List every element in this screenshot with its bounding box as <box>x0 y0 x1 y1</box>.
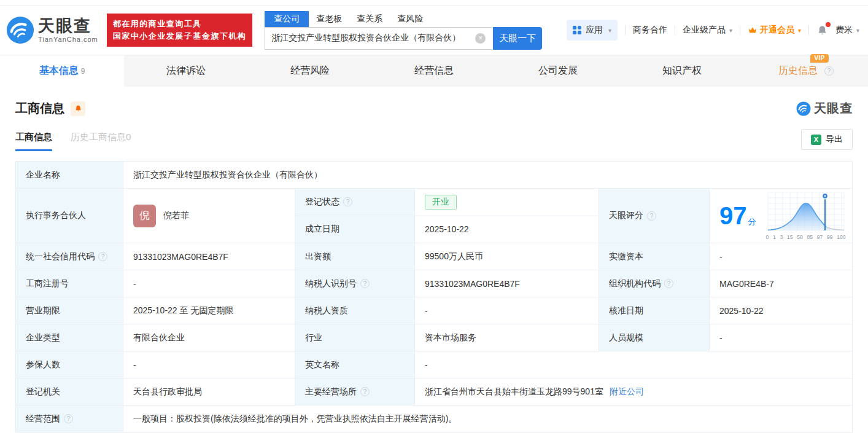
field-label: 纳税人识别号? <box>295 270 415 297</box>
tab-intellectual-property[interactable]: 知识产权 <box>620 55 744 87</box>
score-label: 天眼评分 <box>609 210 643 221</box>
field-label: 行业 <box>295 324 415 351</box>
brand-domain: TianYanCha.com <box>38 36 98 43</box>
help-icon[interactable]: ? <box>64 414 73 423</box>
score-cell[interactable]: 97分 <box>710 189 853 243</box>
tab-basic-info[interactable]: 基本信息 9 <box>0 55 124 87</box>
business-scope-value: 一般项目：股权投资(除依法须经批准的项目外，凭营业执照依法自主开展经营活动)。 <box>123 406 853 433</box>
biz-cooperation-link[interactable]: 商务合作 <box>633 25 667 36</box>
subscribe-bell-button[interactable] <box>71 101 85 116</box>
section-title: 工商信息 <box>15 100 64 117</box>
field-label: 出资额 <box>295 243 415 270</box>
help-icon[interactable]: ? <box>647 211 656 221</box>
company-type-value: 有限合伙企业 <box>123 324 295 351</box>
field-label: 企业名称 <box>16 162 123 189</box>
tab-history-info[interactable]: VIP 历史信息 ? <box>744 55 868 87</box>
field-label: 天眼评分? <box>599 189 710 243</box>
watermark-logo: 天眼查 <box>796 100 853 117</box>
apps-menu[interactable]: 应用 ▾ <box>567 20 618 41</box>
establish-date-value: 2025-10-22 <box>415 216 599 243</box>
field-label: 人员规模 <box>599 324 710 351</box>
username: 费米 <box>835 25 853 36</box>
taxpayer-id-value: 91331023MAG0RE4B7F <box>415 270 599 297</box>
tab-development[interactable]: 公司发展 <box>496 55 620 87</box>
paid-capital-value: - <box>710 243 853 270</box>
search-tabs: 查公司 查老板 查关系 查风险 <box>265 11 542 27</box>
field-label: 纳税人资质 <box>295 297 415 324</box>
top-hairline <box>0 0 868 6</box>
help-icon[interactable]: ? <box>360 279 370 288</box>
nearby-companies-link[interactable]: 附近公司 <box>610 386 644 396</box>
subtab-business-info[interactable]: 工商信息 <box>15 131 52 151</box>
field-label: 主要经营场所? <box>295 378 415 406</box>
enterprise-products-label: 企业级产品 <box>683 25 726 36</box>
notifications-bell[interactable] <box>816 25 828 36</box>
help-icon[interactable]: ? <box>664 279 673 288</box>
search-area: 查公司 查老板 查关系 查风险 × 天眼一下 <box>265 11 542 50</box>
field-label: 工商注册号 <box>16 270 123 297</box>
help-icon[interactable]: ? <box>824 66 834 76</box>
export-button[interactable]: X 导出 <box>801 129 853 150</box>
apps-grid-icon <box>573 26 581 34</box>
vip-badge: VIP <box>810 54 829 63</box>
tianyancha-logo-icon <box>6 16 34 44</box>
score-distribution-chart: 0131550859799100 <box>766 191 846 240</box>
partner-name[interactable]: 倪若菲 <box>163 210 189 221</box>
business-info-table: 企业名称 浙江交投产业转型股权投资合伙企业（有限合伙） 执行事务合伙人 倪 倪若… <box>15 161 853 433</box>
slogan-line-2: 国家中小企业发展子基金旗下机构 <box>113 30 247 42</box>
tab-legal[interactable]: 法律诉讼 <box>124 55 248 87</box>
chevron-down-icon: ▾ <box>608 27 611 34</box>
org-code-value: MAG0RE4B-7 <box>710 270 853 297</box>
avatar[interactable]: 倪 <box>133 205 156 227</box>
open-vip-label: 开通会员 <box>760 25 794 36</box>
chart-axis-ticks: 0131550859799100 <box>766 234 846 240</box>
field-label: 登记机关 <box>16 378 123 406</box>
search-button[interactable]: 天眼一下 <box>493 27 542 50</box>
industry-value: 资本市场服务 <box>415 324 599 351</box>
chevron-down-icon: ▾ <box>729 27 732 34</box>
business-place-value: 浙江省台州市天台县始丰街道玉龙路99号901室 <box>425 386 603 396</box>
field-label: 执行事务合伙人 <box>16 189 123 243</box>
approval-date-value: 2025-10-22 <box>710 297 853 324</box>
tab-basic-label: 基本信息 <box>39 65 79 77</box>
table-row: 执行事务合伙人 倪 倪若菲 登记状态? 开业 天眼评分? 97分 <box>16 189 853 216</box>
search-tab-company[interactable]: 查公司 <box>265 11 309 27</box>
subtab-history-business-info[interactable]: 历史工商信息0 <box>71 131 131 151</box>
search-tab-risk[interactable]: 查风险 <box>390 11 430 27</box>
tab-operating-info[interactable]: 经营信息 <box>372 55 496 87</box>
open-vip-link[interactable]: 开通会员 ▾ <box>748 25 801 36</box>
search-input[interactable] <box>265 27 492 50</box>
divider <box>740 25 740 35</box>
tab-operating-risk[interactable]: 经营风险 <box>248 55 372 87</box>
chevron-down-icon: ▾ <box>798 27 801 34</box>
company-name-value: 浙江交投产业转型股权投资合伙企业（有限合伙） <box>123 162 853 189</box>
divider <box>625 25 626 35</box>
taxpayer-quality-value: - <box>415 297 599 324</box>
field-label: 登记状态? <box>295 189 415 216</box>
search-tab-boss[interactable]: 查老板 <box>309 11 349 27</box>
field-label: 参保人数 <box>16 351 123 378</box>
reg-number-value: - <box>123 270 295 297</box>
divider <box>808 25 809 35</box>
company-tabs: 基本信息 9 法律诉讼 经营风险 经营信息 公司发展 知识产权 VIP 历史信息… <box>0 55 868 87</box>
help-icon[interactable]: ? <box>98 252 107 261</box>
clear-icon[interactable]: × <box>475 33 486 44</box>
staff-size-value: - <box>710 324 853 351</box>
field-label: 企业类型 <box>16 324 123 351</box>
field-label: 核准日期 <box>599 297 710 324</box>
field-label: 经营范围? <box>16 406 123 433</box>
help-icon[interactable]: ? <box>343 197 352 206</box>
score-unit: 分 <box>748 217 756 226</box>
chevron-down-icon: ▾ <box>856 27 859 34</box>
help-icon[interactable]: ? <box>360 387 370 396</box>
enterprise-products-menu[interactable]: 企业级产品 ▾ <box>683 25 732 36</box>
brand-logo[interactable]: 天眼查 TianYanCha.com <box>6 16 98 44</box>
reg-status-cell: 开业 <box>415 189 599 216</box>
crown-icon <box>748 25 758 35</box>
user-menu[interactable]: 费米 ▾ <box>835 25 859 36</box>
status-badge: 开业 <box>425 195 457 210</box>
table-row: 参保人数 - 英文名称 - <box>16 351 853 378</box>
tab-basic-count: 9 <box>81 67 85 76</box>
tab-history-label: 历史信息 <box>778 65 818 77</box>
search-tab-relation[interactable]: 查关系 <box>349 11 390 27</box>
